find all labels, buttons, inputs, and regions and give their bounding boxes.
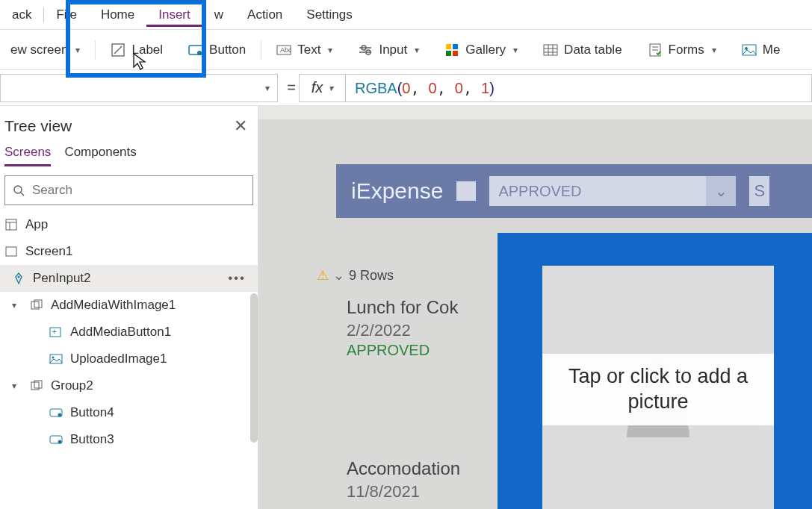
menu-settings[interactable]: Settings [294, 3, 364, 27]
tree-label: Button3 [70, 432, 114, 447]
property-dropdown[interactable]: ▾ [0, 74, 278, 102]
list-item[interactable]: Lunch for Cok 2/2/2022 APPROVED [347, 297, 518, 359]
canvas[interactable]: iExpense APPROVED ⌄ S Tap or click to ad… [258, 106, 812, 509]
tree-node-group2[interactable]: ▾ Group2 [0, 372, 258, 399]
chevron-down-icon: ▾ [75, 45, 80, 55]
new-screen-button[interactable]: ew screen ▾ [0, 38, 90, 62]
add-picture-card[interactable]: Tap or click to add a picture [542, 266, 774, 509]
menu-home[interactable]: Home [89, 3, 146, 27]
chevron-down-icon[interactable]: ▾ [12, 300, 22, 310]
tree-node-app[interactable]: App [0, 211, 258, 238]
search-box[interactable] [4, 175, 253, 205]
svg-rect-10 [453, 44, 458, 49]
input-icon [358, 43, 373, 57]
app-icon [4, 218, 18, 231]
group-icon [30, 299, 43, 312]
chevron-down-icon[interactable]: ⌄ [333, 267, 344, 284]
forms-button[interactable]: Forms ▾ [637, 38, 727, 62]
svg-line-24 [21, 193, 24, 196]
button-icon [49, 406, 63, 419]
menu-file[interactable]: File [44, 3, 88, 27]
status-dropdown[interactable]: APPROVED ⌄ [489, 176, 736, 206]
tree-node-uploadedimage1[interactable]: UploadedImage1 [0, 346, 258, 372]
gallery-button[interactable]: Gallery ▾ [434, 38, 528, 62]
cursor-icon [132, 52, 149, 72]
close-icon[interactable]: ✕ [234, 116, 253, 136]
group-icon [30, 379, 43, 393]
search-button[interactable]: S [749, 176, 769, 206]
tree-node-addmediabutton1[interactable]: + AddMediaButton1 [0, 319, 258, 346]
svg-text:Abc: Abc [280, 46, 291, 54]
search-icon [13, 184, 25, 196]
new-screen-label: ew screen [10, 43, 68, 57]
item-title: Accomodation [347, 458, 518, 479]
svg-point-22 [745, 47, 748, 50]
app-title: iExpense [351, 178, 443, 204]
tree-label: Group2 [51, 378, 93, 393]
menu-insert[interactable]: Insert [146, 3, 202, 27]
menu-back[interactable]: ack [0, 3, 43, 27]
svg-point-41 [58, 440, 62, 444]
list-item[interactable]: Accomodation 11/8/2021 [347, 458, 518, 502]
button-button[interactable]: Button [178, 38, 256, 62]
svg-point-29 [18, 276, 20, 278]
formula-bar: ▾ = fx ▾ RGBA(0, 0, 0, 1) [0, 70, 812, 106]
tree-node-button3[interactable]: Button3 [0, 426, 258, 453]
text-label: Text [297, 43, 320, 57]
button-icon [49, 433, 63, 446]
gallery-icon [444, 43, 459, 57]
tree-view-pane: Tree view ✕ Screens Components App [0, 106, 258, 509]
chevron-down-icon: ⌄ [706, 176, 736, 206]
tree-node-addmediawithimage1[interactable]: ▾ AddMediaWithImage1 [0, 292, 258, 319]
rows-label: 9 Rows [349, 268, 394, 284]
svg-text:+: + [52, 328, 57, 336]
tree-label: PenInput2 [33, 271, 91, 286]
forms-label: Forms [669, 43, 704, 57]
header-checkbox[interactable] [456, 181, 476, 201]
text-button[interactable]: Abc Text ▾ [266, 38, 343, 62]
scrollbar[interactable] [250, 293, 258, 443]
item-date: 11/8/2021 [347, 482, 518, 502]
item-status: APPROVED [347, 342, 518, 359]
add-picture-text: Tap or click to add a picture [542, 354, 774, 425]
fx-label: fx [312, 79, 323, 96]
tree-label: App [25, 217, 48, 232]
screen-icon [4, 245, 18, 258]
label-icon [111, 43, 125, 57]
menu-action[interactable]: Action [235, 3, 294, 27]
data-table-button[interactable]: Data table [533, 38, 633, 62]
main-area: Tree view ✕ Screens Components App [0, 106, 812, 509]
menu-bar: ack File Home Insert w Action Settings [0, 0, 812, 30]
text-icon: Abc [276, 43, 291, 57]
input-label: Input [379, 43, 407, 57]
tree-label: AddMediaWithImage1 [51, 298, 176, 313]
tree-label: AddMediaButton1 [70, 325, 171, 340]
search-input[interactable] [32, 183, 245, 198]
chevron-down-icon: ▾ [415, 45, 419, 55]
tab-components[interactable]: Components [64, 145, 136, 166]
canvas-top-strip [258, 106, 812, 119]
svg-rect-9 [446, 44, 451, 49]
add-media-icon: + [49, 325, 63, 339]
svg-rect-28 [6, 247, 16, 256]
menu-view[interactable]: w [202, 3, 235, 27]
svg-rect-11 [446, 51, 451, 56]
forms-icon [648, 43, 663, 57]
button-icon [188, 43, 203, 57]
chevron-down-icon[interactable]: ▾ [12, 381, 22, 391]
tree-node-button4[interactable]: Button4 [0, 399, 258, 426]
pen-icon [12, 272, 25, 285]
chevron-down-icon: ▾ [513, 45, 518, 55]
tree-node-screen1[interactable]: Screen1 [0, 238, 258, 265]
media-icon [742, 43, 757, 57]
input-button[interactable]: Input ▾ [347, 38, 430, 62]
media-button[interactable]: Me [731, 38, 791, 62]
formula-input[interactable]: RGBA(0, 0, 0, 1) [346, 79, 503, 97]
rows-indicator: ⚠ ⌄ 9 Rows [317, 267, 394, 284]
tab-screens[interactable]: Screens [4, 145, 51, 166]
chevron-down-icon: ▾ [328, 45, 332, 55]
more-icon[interactable]: ••• [228, 271, 253, 286]
tree-node-peninput2[interactable]: PenInput2 ••• [0, 265, 258, 292]
fx-button[interactable]: fx ▾ [300, 75, 346, 102]
chevron-down-icon: ▾ [329, 83, 333, 93]
